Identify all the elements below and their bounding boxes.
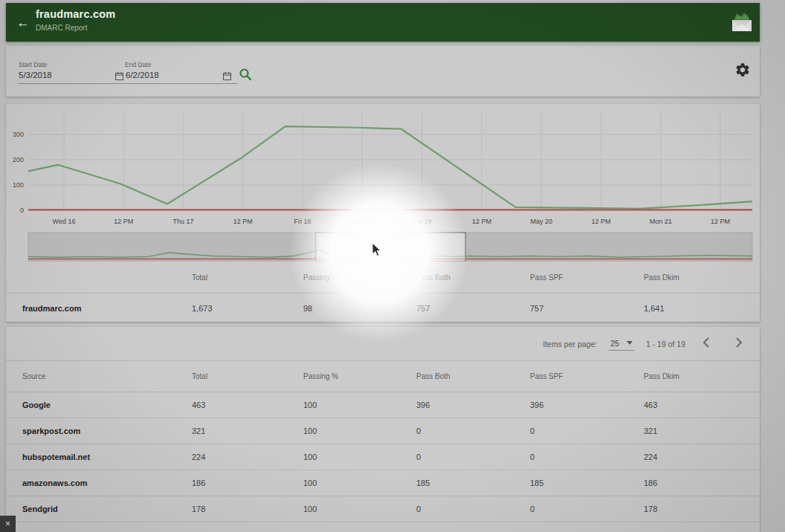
items-per-page-value: 25 xyxy=(610,339,619,348)
settings-button[interactable] xyxy=(734,62,752,80)
source-value: 185 xyxy=(416,479,530,487)
sources-card: Items per page: 25 1 - 19 of 19 SourceTo… xyxy=(6,327,760,532)
traffic-line-chart: 0100200300Wed 1612 PMThu 1712 PMFri 1812… xyxy=(6,104,760,262)
x-axis-label: Mon 21 xyxy=(650,218,672,225)
summary-column-header: Pass Both xyxy=(416,273,530,282)
brush-selection-window[interactable] xyxy=(316,233,466,262)
source-column-header: Pass Both xyxy=(416,372,530,380)
back-button[interactable]: ← xyxy=(13,13,33,33)
source-value: 100 xyxy=(303,479,416,487)
source-value: 0 xyxy=(530,505,644,513)
source-value: 0 xyxy=(530,426,644,435)
y-axis-label: 200 xyxy=(13,156,24,163)
source-table: SourceTotalPassing %Pass BothPass SPFPas… xyxy=(6,360,760,522)
gear-icon xyxy=(734,62,751,78)
summary-table-header: TotalPassing %Pass BothPass SPFPass Dkim xyxy=(6,262,760,293)
x-axis-label: Sat 19 xyxy=(413,218,432,225)
source-value: 0 xyxy=(416,505,530,513)
source-value: 186 xyxy=(644,479,760,487)
brush-dim-left xyxy=(28,233,316,262)
search-icon xyxy=(239,68,252,81)
source-table-row[interactable]: Google463100396396463 xyxy=(6,392,760,418)
source-value: 396 xyxy=(530,400,644,409)
source-value: 321 xyxy=(644,426,760,435)
source-value: 0 xyxy=(416,426,530,435)
source-name: sparkpost.com xyxy=(22,426,192,435)
close-icon: × xyxy=(5,519,10,529)
date-field-underline xyxy=(18,83,238,84)
end-calendar-icon[interactable] xyxy=(223,72,231,80)
x-axis-label: 12 PM xyxy=(472,218,491,225)
page-subtitle: DMARC Report xyxy=(36,24,115,32)
source-value: 100 xyxy=(303,426,416,435)
summary-domain-name: fraudmarc.com xyxy=(22,304,192,313)
source-table-row[interactable]: Sendgrid17810000178 xyxy=(6,496,760,522)
summary-table-row: fraudmarc.com1,673987577571,641 xyxy=(6,294,760,322)
chevron-right-icon xyxy=(731,335,746,350)
chevron-left-icon xyxy=(700,335,714,350)
source-value: 396 xyxy=(416,400,530,409)
close-overlay-button[interactable]: × xyxy=(0,516,16,532)
source-table-header: SourceTotalPassing %Pass BothPass SPFPas… xyxy=(6,361,760,392)
x-axis-label: Fri 18 xyxy=(294,218,311,225)
dropdown-caret-icon xyxy=(627,341,633,345)
x-axis-label: 12 PM xyxy=(711,218,730,225)
items-per-page-label: Items per page: xyxy=(543,340,597,348)
summary-column-header: Total xyxy=(192,273,303,282)
y-axis-label: 300 xyxy=(13,131,24,138)
y-axis-label: 0 xyxy=(20,207,24,214)
source-value: 224 xyxy=(192,452,303,461)
source-name: Google xyxy=(22,400,192,409)
start-calendar-icon[interactable] xyxy=(115,72,123,80)
source-name: hubspotemail.net xyxy=(22,452,192,461)
source-value: 463 xyxy=(644,400,760,409)
summary-column-header: Pass Dkim xyxy=(644,273,760,282)
x-axis-label: 12 PM xyxy=(352,218,372,225)
source-value: 0 xyxy=(416,452,530,461)
summary-value: 1,641 xyxy=(644,304,760,313)
fraudmarc-envelope-logo-icon xyxy=(728,9,756,36)
start-date-input[interactable]: 5/3/2018 xyxy=(19,71,52,80)
source-name: amazonaws.com xyxy=(22,479,192,487)
source-value: 178 xyxy=(644,505,760,513)
x-axis-label: Thu 17 xyxy=(173,218,194,225)
source-value: 224 xyxy=(644,452,760,461)
source-table-row[interactable]: amazonaws.com186100185185186 xyxy=(6,470,760,496)
dmarc-chart-card: 0100200300Wed 1612 PMThu 1712 PMFri 1812… xyxy=(6,104,760,322)
source-table-row[interactable]: sparkpost.com32110000321 xyxy=(6,418,760,444)
summary-value: 98 xyxy=(303,304,416,313)
search-button[interactable] xyxy=(238,68,253,82)
source-value: 100 xyxy=(303,452,416,461)
source-value: 0 xyxy=(530,452,644,461)
source-value: 178 xyxy=(192,505,303,513)
source-value: 186 xyxy=(192,479,303,487)
source-column-header: Source xyxy=(22,372,192,380)
end-date-input[interactable]: 6/2/2018 xyxy=(126,71,159,80)
source-column-header: Pass SPF xyxy=(530,372,644,380)
source-column-header: Total xyxy=(192,372,303,380)
items-per-page-select[interactable]: 25 xyxy=(609,337,634,351)
previous-page-button[interactable] xyxy=(697,334,717,354)
passing-line xyxy=(28,126,752,209)
summary-column-header: Passing % xyxy=(303,273,416,282)
back-arrow-icon: ← xyxy=(17,16,30,30)
page-range-label: 1 - 19 of 19 xyxy=(646,340,685,348)
source-value: 100 xyxy=(303,400,416,409)
source-column-header: Pass Dkim xyxy=(644,372,760,380)
x-axis-label: Wed 16 xyxy=(53,218,76,225)
x-axis-label: May 20 xyxy=(530,218,552,225)
x-axis-label: 12 PM xyxy=(114,218,133,225)
summary-value: 757 xyxy=(416,304,530,313)
source-column-header: Passing % xyxy=(303,372,416,380)
source-value: 463 xyxy=(192,400,303,409)
source-value: 100 xyxy=(303,505,416,513)
source-table-row[interactable]: hubspotemail.net22410000224 xyxy=(6,444,760,470)
pagination-bar: Items per page: 25 1 - 19 of 19 xyxy=(6,327,760,360)
y-axis-label: 100 xyxy=(13,181,24,189)
header-titles: fraudmarc.com DMARC Report xyxy=(36,8,115,32)
next-page-button[interactable] xyxy=(729,334,748,354)
summary-value: 757 xyxy=(530,304,644,313)
date-filter-bar: Start Date 5/3/2018 End Date 6/2/2018 xyxy=(6,46,760,97)
x-axis-label: 12 PM xyxy=(591,218,610,225)
start-date-label: Start Date xyxy=(19,61,47,68)
